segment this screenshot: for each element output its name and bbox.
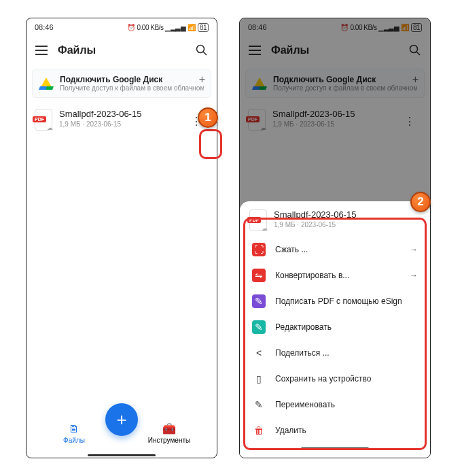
menu-item-label: Конвертировать в... [275,271,349,280]
menu-item-icon: 🗑 [252,424,266,437]
svg-point-0 [197,46,205,53]
file-row[interactable]: Smallpdf-2023-06-15 1,9 МБ · 2023-06-15 … [26,102,217,140]
tools-icon: 🧰 [162,422,176,435]
status-time: 08:46 [35,23,54,31]
drive-icon [39,78,53,90]
file-meta: 1,9 МБ · 2023-06-15 [272,120,391,128]
page-title: Файлы [58,44,185,56]
home-indicator [88,454,156,456]
menu-item-0[interactable]: ⛶Сжать ...→ [245,237,425,262]
status-icons: ⏰0.00 KB/s▁▂▃▅📶81 [127,23,209,32]
file-name: Smallpdf-2023-06-15 [272,109,391,119]
marker-2: 2 [410,192,431,212]
file-more-icon[interactable]: ⋮ [397,109,422,133]
menu-item-3[interactable]: ✎Редактировать [245,314,425,340]
page-title: Файлы [271,44,399,56]
menu-item-label: Удалить [275,426,306,435]
sheet-file-meta: 1,9 МБ · 2023-06-15 [274,221,356,228]
menu-item-icon: ✎ [252,398,266,411]
pdf-icon [35,109,52,131]
marker-1: 1 [198,107,218,128]
sheet-file-name: Smallpdf-2023-06-15 [274,209,356,220]
menu-item-icon: ✎ [252,294,266,308]
chevron-right-icon: → [410,271,418,280]
menu-item-label: Подписать PDF с помощью eSign [275,296,402,306]
menu-item-label: Переименовать [275,400,335,409]
plus-icon[interactable]: + [199,73,205,86]
fab-add[interactable]: + [105,403,138,436]
chevron-right-icon: → [410,245,418,254]
menu-item-label: Сжать ... [275,245,308,254]
menu-item-1[interactable]: ⇋Конвертировать в...→ [245,262,425,288]
menu-icon[interactable] [33,42,50,58]
menu-item-4[interactable]: <Поделиться ... [245,340,425,366]
status-icons: ⏰0.00 KB/s▁▂▃▅📶81 [340,23,422,32]
files-icon: 🗎 [69,423,79,435]
google-drive-banner[interactable]: Подключить Google Диск Получите доступ к… [32,69,211,98]
sheet-header: Smallpdf-2023-06-15 1,9 МБ · 2023-06-15 [240,201,430,237]
file-meta: 1,9 МБ · 2023-06-15 [59,120,177,128]
banner-title: Подключить Google Диск [60,75,204,84]
status-time: 08:46 [248,23,267,31]
action-menu: ⛶Сжать ...→⇋Конвертировать в...→✎Подписа… [240,237,430,443]
menu-item-2[interactable]: ✎Подписать PDF с помощью eSign [245,288,425,314]
search-icon[interactable] [407,42,423,58]
menu-item-5[interactable]: ▯Сохранить на устройство [245,366,425,392]
menu-item-7[interactable]: 🗑Удалить [245,418,425,443]
menu-item-icon: < [252,346,266,360]
menu-item-icon: ⇋ [252,269,266,282]
menu-icon[interactable] [247,42,263,58]
pdf-icon [248,109,266,131]
app-bar: Файлы [26,36,217,65]
menu-item-icon: ▯ [252,372,266,386]
plus-icon[interactable]: + [412,73,419,86]
banner-title: Подключить Google Диск [273,75,417,84]
drive-icon [253,78,266,90]
phone-right: 08:46 ⏰0.00 KB/s▁▂▃▅📶81 Файлы Подключить… [239,18,431,458]
menu-item-label: Сохранить на устройство [275,374,371,384]
menu-item-icon: ✎ [252,320,266,334]
svg-point-1 [410,46,418,53]
bottom-sheet: Smallpdf-2023-06-15 1,9 МБ · 2023-06-15 … [240,201,430,458]
menu-item-label: Поделиться ... [275,348,330,358]
banner-subtitle: Получите доступ к файлам в своем облачно… [273,84,417,92]
status-bar: 08:46 ⏰0.00 KB/s▁▂▃▅📶81 [26,18,217,36]
search-icon[interactable] [194,42,210,58]
google-drive-banner[interactable]: Подключить Google Диск Получите доступ к… [245,69,425,98]
home-indicator [301,447,369,449]
file-name: Smallpdf-2023-06-15 [59,109,177,119]
menu-item-label: Редактировать [275,322,332,332]
menu-item-icon: ⛶ [252,243,266,256]
status-bar: 08:46 ⏰0.00 KB/s▁▂▃▅📶81 [240,18,430,36]
pdf-icon [249,209,267,231]
banner-subtitle: Получите доступ к файлам в своем облачно… [60,84,204,92]
menu-item-6[interactable]: ✎Переименовать [245,392,425,418]
phone-left: 08:46 ⏰0.00 KB/s▁▂▃▅📶81 Файлы Подключить… [26,18,217,458]
file-row[interactable]: Smallpdf-2023-06-15 1,9 МБ · 2023-06-15 … [240,102,430,140]
app-bar: Файлы [240,36,430,65]
